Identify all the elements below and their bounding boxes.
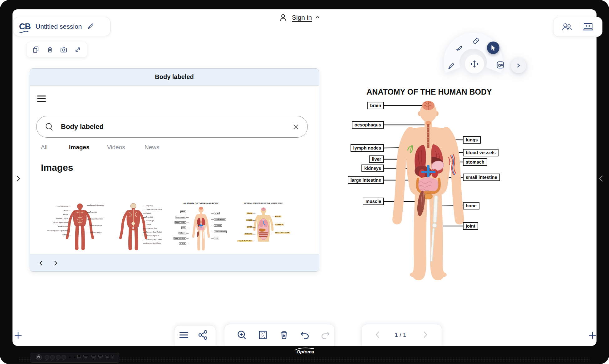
thumb1-left-labels: Pectoralis MajorDeltoidBicepsPalmaris Lo…: [52, 202, 68, 253]
canvas-anatomy-image[interactable]: ANATOMY OF THE HUMAN BODY: [351, 87, 507, 280]
volume-up-button[interactable]: [50, 355, 55, 360]
thumbnail-label: Extensor Carpi Radialis: [146, 231, 162, 233]
label-bone: bone: [463, 202, 479, 209]
delete-icon[interactable]: [46, 46, 54, 53]
thumbnail-label: Extensor Carpi Ulnaris: [146, 239, 162, 241]
thumbnail-label: Trapezius: [90, 211, 97, 213]
widget-menu-icon[interactable]: [37, 96, 46, 102]
thumbnail-label: BRAIN: [246, 213, 253, 214]
main-menu-icon[interactable]: [179, 330, 189, 340]
search-browser-widget: Body labeled Body labeled All Images Vid…: [30, 68, 319, 272]
tab-all[interactable]: All: [41, 144, 47, 151]
redo-icon[interactable]: [320, 330, 331, 340]
left-panel-handle-icon[interactable]: [16, 175, 21, 182]
thumbnail-label: LIVER: [247, 226, 253, 228]
undo-icon[interactable]: [300, 330, 310, 340]
palette-fan: [444, 31, 538, 84]
label-oesophagus: oesophagus: [352, 121, 384, 129]
thumbnail-label: bone: [214, 237, 219, 239]
thumbnail-label: Serratus Anterior: [90, 225, 102, 227]
quiz-board-icon[interactable]: 1+2: [582, 22, 594, 32]
widget-title: Body labeled: [155, 73, 194, 81]
previous-page-icon[interactable]: [373, 330, 382, 339]
sign-in-group[interactable]: Sign in ^: [279, 13, 319, 22]
duplicate-icon[interactable]: [32, 46, 40, 53]
label-joint: joint: [463, 222, 478, 230]
home-button[interactable]: [56, 355, 61, 360]
clear-canvas-icon[interactable]: [279, 330, 289, 340]
edit-session-icon[interactable]: [87, 23, 94, 30]
next-page-icon[interactable]: [421, 330, 430, 339]
shapes-tool-icon[interactable]: [496, 61, 504, 69]
label-brain: brain: [367, 102, 384, 109]
thumb3-left-labels: brainoesophaguslymph nodesliverkidneysla…: [170, 202, 186, 253]
search-input[interactable]: Body labeled: [36, 116, 308, 138]
volume-down-button[interactable]: [61, 355, 66, 360]
thumbnail-label: Triceps: [146, 224, 151, 226]
bezel-edge-highlight: [0, 363, 609, 363]
thumbnail-label: Pectoralis Major: [56, 206, 68, 208]
thumbnail-label: Biceps: [63, 214, 68, 216]
select-tool-active[interactable]: [487, 42, 499, 54]
home-glyph: ⌂: [57, 360, 57, 361]
device-bezel: Optoma ↺ + ⌂ − Touch HDMI USB2.0 USB2.0 …: [0, 346, 609, 364]
palette-expand-button[interactable]: [511, 58, 526, 73]
camera-icon[interactable]: [60, 46, 67, 53]
port-type-c: Type-C: [104, 355, 110, 359]
thumbnail-label: Flexor Carpi Radialis: [53, 222, 68, 224]
image-result-internal-structure[interactable]: INTERNAL STRUCTURE OF THE HUMAN BODY: [238, 202, 289, 253]
right-panel-handle-icon[interactable]: [598, 175, 604, 182]
next-results-icon[interactable]: [52, 260, 59, 266]
thumbnail-label: Thoraco-lumbar Fascia: [146, 209, 162, 211]
sensor-dot: [74, 357, 76, 358]
pen-tool-icon[interactable]: [447, 62, 455, 70]
minus-glyph: −: [63, 360, 63, 361]
image-result-muscular-back[interactable]: TrapeziusThoraco-lumbar FasciaDeltoidRho…: [110, 202, 166, 253]
thumbnail-label: muscle: [179, 243, 186, 245]
collaboration-card: 1+2: [553, 17, 602, 37]
port-mic: MIC: [111, 355, 114, 359]
thumbnail-label: Extensor Digiti Minimi: [146, 243, 161, 244]
label-lymph-nodes: lymph nodes: [351, 144, 384, 152]
background-pattern-icon[interactable]: [258, 330, 268, 340]
chevron-up-icon[interactable]: ^: [316, 15, 319, 20]
port-usb-1: USB2.0: [91, 355, 97, 359]
add-widget-button-right[interactable]: [588, 331, 597, 340]
brand-logo: Optoma: [290, 347, 325, 355]
thumbnail-label: brain: [180, 211, 186, 213]
eraser-tool-icon[interactable]: [472, 36, 480, 44]
add-widget-button-left[interactable]: [14, 331, 22, 340]
page-indicator: 1 / 1: [390, 332, 411, 338]
quiz-icon-text: 1+2: [586, 25, 590, 28]
sensor-dot: [69, 357, 71, 358]
participants-icon[interactable]: [562, 22, 572, 32]
logo-swoosh: [18, 31, 32, 33]
label-small-intestine: small intestine: [463, 174, 500, 181]
chevron-right-icon: [516, 63, 521, 68]
expand-icon[interactable]: [74, 46, 81, 53]
sign-in-link[interactable]: Sign in: [292, 14, 312, 21]
widget-header[interactable]: Body labeled: [30, 69, 319, 86]
tab-news[interactable]: News: [145, 144, 160, 151]
zoom-in-icon[interactable]: [237, 330, 247, 340]
back-button[interactable]: [45, 355, 49, 360]
thumbnail-label: LARGE INTESTINE: [237, 240, 253, 242]
thumbnail-label: Rectus Abdominus: [90, 218, 103, 220]
user-icon: [279, 13, 287, 22]
image-result-muscular-front[interactable]: Pectoralis MajorDeltoidBicepsPalmaris Lo…: [52, 202, 108, 253]
thumbnail-label: External Oblique: [90, 232, 102, 234]
highlighter-tool-icon[interactable]: [455, 43, 463, 52]
clear-search-icon[interactable]: [292, 123, 299, 130]
session-card: CB Untitled session: [13, 17, 111, 36]
previous-results-icon[interactable]: [38, 260, 44, 266]
move-tool-icon[interactable]: [470, 60, 479, 68]
image-result-anatomy[interactable]: ANATOMY OF THE HUMAN BODY: [170, 202, 231, 253]
label-liver: liver: [369, 155, 384, 163]
search-value[interactable]: Body labeled: [61, 123, 286, 131]
anatomy-body-figure: [351, 87, 507, 280]
thumbnail-label: liver: [181, 227, 186, 229]
share-icon[interactable]: [198, 330, 208, 340]
tab-videos[interactable]: Videos: [107, 144, 125, 151]
tab-images[interactable]: Images: [69, 144, 89, 151]
port-usb-2: USB2.0: [97, 355, 104, 359]
